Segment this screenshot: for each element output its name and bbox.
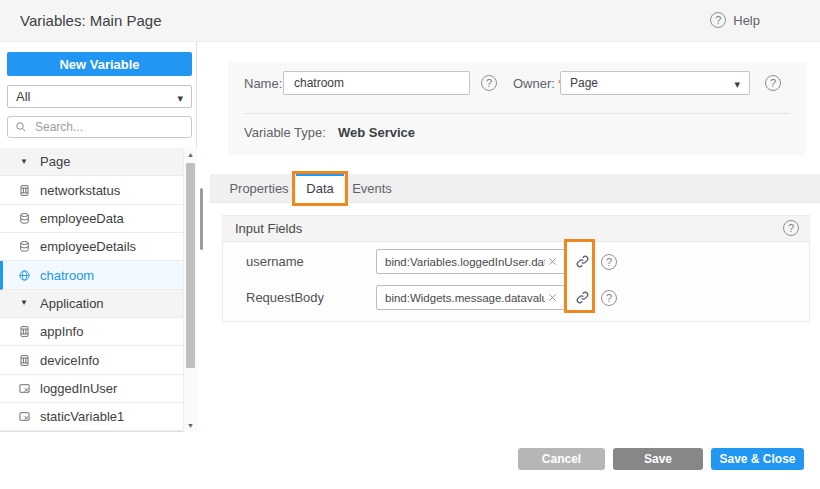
tree-row-employeedata[interactable]: employeeData	[0, 205, 183, 233]
tab-properties[interactable]: Properties	[222, 174, 296, 203]
input-field-row-username: username bind:Variables.loggedInUser.dat…	[223, 249, 809, 274]
page-title: Variables: Main Page	[20, 12, 161, 29]
tree-row-loggedinuser[interactable]: loggedInUser	[0, 375, 183, 403]
chevron-down-icon	[734, 74, 740, 92]
variable-summary-box: Name:* Owner:* Page Variable Type: Web S…	[228, 62, 806, 155]
tree-row-page[interactable]: ▼ Page	[0, 148, 183, 176]
name-help-icon[interactable]	[481, 75, 497, 91]
input-fields-header: Input Fields	[223, 216, 809, 242]
input-field-row-requestbody: RequestBody bind:Widgets.message.dataval…	[223, 285, 809, 310]
caret-down-icon: ▼	[17, 296, 31, 310]
search-icon	[15, 121, 27, 133]
filter-selected-value: All	[16, 89, 177, 104]
dialog-header: Variables: Main Page Help	[0, 0, 820, 42]
input-fields-section: Input Fields username bind:Variables.log…	[222, 215, 810, 322]
tree-row-deviceinfo[interactable]: deviceInfo	[0, 346, 183, 374]
static-variable-icon	[17, 410, 31, 424]
cancel-button[interactable]: Cancel	[518, 448, 605, 470]
bind-value-input[interactable]: bind:Variables.loggedInUser.dataSet.na	[376, 249, 566, 274]
save-close-button[interactable]: Save & Close	[711, 448, 804, 470]
owner-label: Owner:*	[513, 76, 563, 91]
dialog-footer: Cancel Save Save & Close	[518, 448, 804, 470]
help-label: Help	[733, 13, 760, 28]
search-input[interactable]	[33, 119, 184, 135]
static-variable-icon	[17, 381, 31, 395]
clear-icon[interactable]	[547, 292, 558, 303]
help-button[interactable]: Help	[710, 12, 760, 28]
tree-row-appinfo[interactable]: appInfo	[0, 318, 183, 346]
help-icon	[710, 12, 726, 28]
caret-down-icon: ▼	[17, 155, 31, 169]
device-icon	[17, 183, 31, 197]
variable-tree: ▼ Page networkstatus employeeData employ…	[0, 148, 183, 431]
tree-row-networkstatus[interactable]: networkstatus	[0, 176, 183, 204]
tab-data[interactable]: Data	[296, 174, 344, 203]
chevron-down-icon	[177, 88, 183, 106]
tree-scrollbar[interactable]: ▲ ▼	[183, 148, 197, 432]
tab-bar: Properties Data Events	[210, 174, 820, 203]
tree-row-staticvariable1[interactable]: staticVariable1	[0, 403, 183, 431]
owner-selected-value: Page	[570, 76, 734, 90]
tab-events[interactable]: Events	[344, 174, 400, 203]
input-fields-rows: username bind:Variables.loggedInUser.dat…	[223, 242, 809, 310]
owner-help-icon[interactable]	[765, 75, 781, 91]
save-button[interactable]: Save	[613, 448, 703, 470]
clear-icon[interactable]	[547, 256, 558, 267]
service-variable-icon	[17, 240, 31, 254]
name-input[interactable]	[283, 71, 470, 95]
device-icon	[17, 325, 31, 339]
bind-link-icon[interactable]	[572, 249, 592, 274]
bind-link-icon[interactable]	[572, 285, 592, 310]
variable-type-filter-select[interactable]: All	[7, 85, 192, 108]
tree-row-employeedetails[interactable]: employeeDetails	[0, 233, 183, 261]
search-box	[7, 116, 192, 138]
device-icon	[17, 353, 31, 367]
scroll-up-icon[interactable]: ▲	[184, 151, 197, 158]
input-fields-title: Input Fields	[223, 216, 809, 241]
web-service-icon	[17, 268, 31, 282]
bind-value-input[interactable]: bind:Widgets.message.datavalue	[376, 285, 566, 310]
service-variable-icon	[17, 211, 31, 225]
new-variable-button[interactable]: New Variable	[7, 52, 192, 76]
variables-dialog: Variables: Main Page Help New Variable A…	[0, 0, 820, 489]
panel-scrollbar[interactable]	[200, 188, 203, 250]
field-help-icon[interactable]	[601, 254, 617, 270]
tree-row-chatroom[interactable]: chatroom	[0, 261, 183, 289]
field-help-icon[interactable]	[601, 290, 617, 306]
scroll-down-icon[interactable]: ▼	[184, 422, 197, 429]
tree-row-application[interactable]: ▼ Application	[0, 290, 183, 318]
scrollbar-thumb[interactable]	[186, 163, 195, 368]
input-fields-help-icon[interactable]	[783, 220, 799, 236]
owner-select[interactable]: Page	[560, 71, 750, 95]
variable-type-value: Web Service	[338, 125, 415, 140]
variable-type-label: Variable Type:	[244, 125, 326, 140]
divider	[244, 113, 790, 114]
